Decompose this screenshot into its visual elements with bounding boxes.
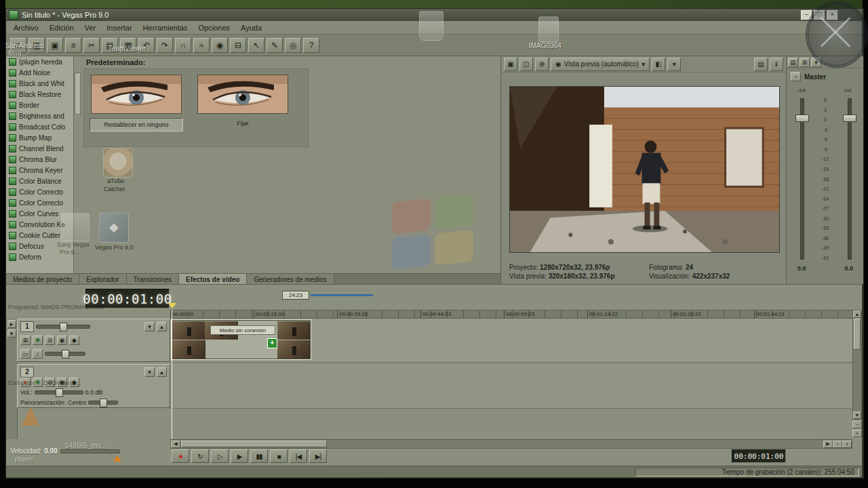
fader-right[interactable]	[841, 97, 857, 261]
zoom-out-icon[interactable]: −	[833, 441, 842, 448]
plugin-list-item[interactable]: Bump Map	[6, 132, 81, 143]
horizontal-scrollbar[interactable]: ◀ ▶ − +	[170, 439, 852, 449]
enable-snapping-icon[interactable]: ∩	[175, 38, 191, 53]
plugin-list-item[interactable]: Black and Whit	[6, 78, 81, 89]
plugin-list-item[interactable]: Channel Blend	[6, 143, 81, 154]
audio-track-header[interactable]: 2 ▾ ▴ ●✱⊘◉◆ Vol.: 0.0 dB Panoramización:…	[17, 364, 170, 408]
track-fx-button[interactable]: ✱	[33, 378, 43, 387]
plugin-list-item[interactable]: Border	[6, 100, 81, 110]
scrub-slider[interactable]	[60, 449, 120, 453]
copy-icon[interactable]: ▤	[102, 38, 118, 53]
menu-item[interactable]: Edición	[45, 22, 79, 33]
track-zoom-out-icon[interactable]: −	[852, 421, 862, 428]
preset-fijar[interactable]: Fijar	[195, 75, 291, 127]
plugin-list-scrollbar[interactable]	[73, 56, 81, 273]
loop-region-bar[interactable]	[311, 294, 373, 296]
track-list-icon[interactable]: ▾	[7, 329, 16, 338]
copy-snapshot-icon[interactable]: ▤	[754, 58, 768, 71]
split-screen-arrow-icon[interactable]: ▾	[667, 58, 681, 71]
stop-button[interactable]: ■	[270, 449, 288, 463]
zoom-in-icon[interactable]: +	[842, 441, 852, 448]
mute-button[interactable]: ⊘	[45, 336, 55, 345]
track-list-icon[interactable]: ▸	[7, 320, 16, 328]
minimize-track-button[interactable]: ▾	[144, 367, 155, 377]
panel-tab[interactable]: Medios de proyecto	[6, 274, 79, 285]
menu-item[interactable]: Ver	[80, 22, 101, 33]
menu-item[interactable]: Insertar	[102, 22, 136, 33]
plugin-list-item[interactable]: Color Correcto	[6, 197, 81, 208]
cut-icon[interactable]: ✂	[83, 38, 100, 53]
plugin-list-item[interactable]: Color Curves	[6, 208, 81, 219]
menu-item[interactable]: Herramientas	[138, 22, 193, 33]
preset-reset[interactable]: Restablecer en ninguno	[88, 75, 184, 131]
undo-icon[interactable]: ↶	[138, 38, 155, 53]
preview-quality-dropdown[interactable]: ◉ Vista previa (automático) ▾	[551, 58, 650, 71]
normal-edit-tool-icon[interactable]: ↖	[248, 38, 264, 53]
audio-track-lane[interactable]	[170, 364, 852, 409]
time-ruler[interactable]: 00:00:0000:00:15:0000:00:29:2300:00:44:2…	[170, 310, 852, 319]
plugin-list-item[interactable]: Defocus	[6, 241, 81, 251]
track-view-icon[interactable]: ▭	[20, 349, 31, 359]
scrub-rate-marker[interactable]	[113, 455, 121, 462]
play-from-start-button[interactable]: ▷	[211, 449, 229, 463]
mixer-properties-icon[interactable]: ⊞	[800, 58, 810, 67]
auto-ripple-icon[interactable]: ≈	[193, 38, 210, 53]
scroll-right-icon[interactable]: ▶	[823, 441, 833, 448]
solo-button[interactable]: ◉	[57, 378, 67, 387]
record-button[interactable]: ●	[172, 449, 189, 463]
go-to-start-button[interactable]: |◀	[290, 449, 307, 463]
menu-item[interactable]: Archivo	[9, 22, 43, 33]
zoom-tool-icon[interactable]: ◎	[285, 38, 301, 53]
plugin-list-item[interactable]: Brightness and	[6, 110, 81, 121]
help-icon[interactable]: ?	[303, 38, 319, 53]
envelope-tool-icon[interactable]: ✎	[267, 38, 283, 53]
menu-item[interactable]: Ayuda	[236, 22, 267, 33]
restore-track-button[interactable]: ▴	[157, 367, 167, 377]
track-fx-button[interactable]: ✱	[33, 336, 43, 345]
overlays-icon[interactable]: ⊕	[535, 58, 549, 71]
lock-envelopes-icon[interactable]: ◉	[212, 38, 228, 53]
scroll-left-icon[interactable]: ◀	[171, 441, 180, 448]
mixer-insert-icon[interactable]: ▤	[788, 58, 798, 67]
project-properties-icon[interactable]: ≡	[65, 38, 81, 53]
fader-handle[interactable]	[795, 115, 809, 122]
redo-icon[interactable]: ↷	[157, 38, 173, 53]
plugin-list-item[interactable]: Chroma Keyer	[6, 165, 81, 176]
playhead-marker[interactable]	[168, 303, 176, 308]
track-level-slider[interactable]	[36, 325, 90, 329]
minimize-track-button[interactable]: ▾	[144, 322, 155, 331]
save-icon[interactable]: ▣	[47, 38, 63, 53]
new-project-icon[interactable]: □	[10, 38, 26, 53]
plugin-list-item[interactable]: Chroma Blur	[6, 154, 81, 165]
fader-left[interactable]	[793, 97, 810, 261]
track-zoom-in-icon[interactable]: +	[852, 430, 862, 437]
loop-playback-button[interactable]: ↻	[191, 449, 209, 463]
panel-tab[interactable]: Explorador	[79, 274, 126, 285]
plugin-list-item[interactable]: Add Noise	[6, 67, 81, 78]
scroll-down-icon[interactable]: ▼	[853, 411, 861, 419]
plugin-list-item[interactable]: Color Balance	[6, 176, 81, 186]
arm-record-button[interactable]: ●	[20, 378, 31, 387]
solo-button[interactable]: ◉	[57, 336, 67, 345]
paste-icon[interactable]: ▦	[120, 38, 136, 53]
video-track-header[interactable]: 1 ▾ ▴ ⊞✱⊘◉◆ ▭ ↕	[17, 319, 170, 362]
track-height-icon[interactable]: ↕	[33, 349, 43, 359]
track-fade-slider[interactable]	[45, 352, 85, 356]
fader-handle[interactable]	[843, 115, 856, 122]
restore-track-button[interactable]: ▴	[157, 322, 167, 331]
split-screen-icon[interactable]: ◧	[652, 58, 665, 71]
mute-button[interactable]: ⊘	[45, 378, 55, 387]
save-snapshot-icon[interactable]: ⇓	[770, 58, 783, 71]
go-to-end-button[interactable]: ▶|	[309, 449, 327, 463]
panel-tab[interactable]: Efectos de vídeo	[179, 274, 247, 285]
video-event-clip[interactable]: Medio sin conexión +	[172, 320, 311, 359]
playhead-line[interactable]	[172, 310, 172, 439]
open-icon[interactable]: ▥	[28, 38, 45, 53]
vertical-scrollbar[interactable]: ▲ ▼	[852, 310, 862, 420]
plugin-list-item[interactable]: Convolution Ke	[6, 219, 81, 230]
pause-button[interactable]: ▮▮	[250, 449, 268, 463]
plugin-list-item[interactable]: Black Restore	[6, 89, 81, 100]
plugin-list-item[interactable]: (plugin hereda	[6, 56, 81, 67]
panel-tab[interactable]: Transiciones	[127, 274, 179, 285]
plugin-list-item[interactable]: Broadcast Colo	[6, 121, 81, 132]
